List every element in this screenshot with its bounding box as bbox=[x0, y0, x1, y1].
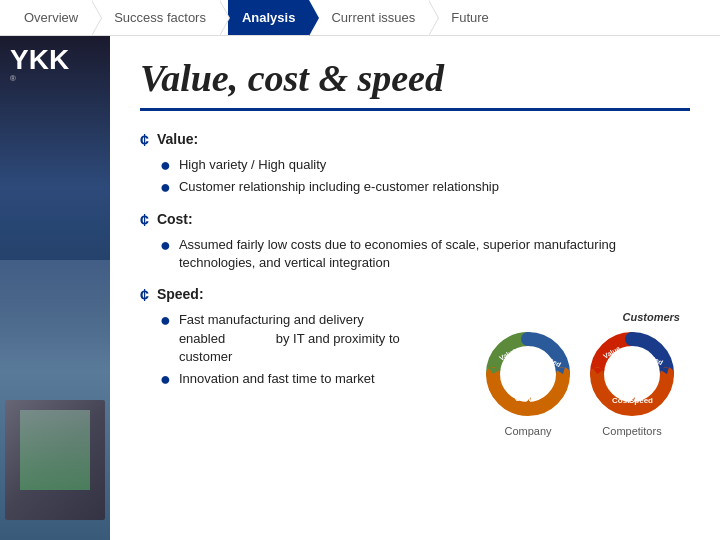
speed-text-1: Fast manufacturing and delivery enabled … bbox=[179, 311, 454, 366]
value-bullet-2: ● Customer relationship including e-cust… bbox=[160, 178, 690, 196]
nav-future[interactable]: Future bbox=[437, 0, 503, 35]
value-text-1: High variety / High quality bbox=[179, 156, 326, 174]
cost-icon: ¢ bbox=[140, 211, 149, 230]
company-label: Company bbox=[483, 425, 573, 437]
speed-bullet-1: ● Fast manufacturing and delivery enable… bbox=[160, 311, 454, 366]
cost-dot-1: ● bbox=[160, 236, 171, 254]
value-heading: ¢ Value: bbox=[140, 131, 690, 150]
svg-text:Cost: Cost bbox=[612, 396, 630, 405]
main-content: YKK ® Value, cost & speed ¢ Value: ● Hig… bbox=[0, 36, 720, 540]
svg-text:Speed: Speed bbox=[629, 396, 653, 405]
nav-current-issues[interactable]: Current issues bbox=[317, 0, 429, 35]
value-label: Value: bbox=[157, 131, 198, 147]
nav-arrow-active bbox=[309, 0, 319, 36]
nav-arrow-2 bbox=[219, 0, 229, 36]
speed-bullet-2: ● Innovation and fast time to market bbox=[160, 370, 454, 388]
nav-current-issues-label: Current issues bbox=[331, 10, 415, 25]
value-text-2: Customer relationship including e-custom… bbox=[179, 178, 499, 196]
nav-success-factors-label: Success factors bbox=[114, 10, 206, 25]
nav-analysis-label: Analysis bbox=[242, 10, 295, 25]
value-icon: ¢ bbox=[140, 131, 149, 150]
value-dot-1: ● bbox=[160, 156, 171, 174]
cost-label: Cost: bbox=[157, 211, 193, 227]
sidebar-photo bbox=[0, 260, 110, 540]
cost-section: ¢ Cost: ● Assumed fairly low costs due t… bbox=[140, 211, 690, 273]
cost-bullet-1: ● Assumed fairly low costs due to econom… bbox=[160, 236, 690, 272]
value-dot-2: ● bbox=[160, 178, 171, 196]
value-bullet-1: ● High variety / High quality bbox=[160, 156, 690, 174]
competitors-label: Competitors bbox=[587, 425, 677, 437]
speed-section: ¢ Speed: ● Fast manufacturing and delive… bbox=[140, 286, 690, 437]
nav-arrow-3 bbox=[428, 0, 438, 36]
nav-success-factors[interactable]: Success factors bbox=[100, 0, 220, 35]
nav-analysis[interactable]: Analysis bbox=[228, 0, 309, 35]
value-section: ¢ Value: ● High variety / High quality ●… bbox=[140, 131, 690, 197]
customers-label: Customers bbox=[623, 311, 680, 323]
nav-arrow-1 bbox=[91, 0, 101, 36]
content-area: Value, cost & speed ¢ Value: ● High vari… bbox=[110, 36, 720, 540]
speed-dot-2: ● bbox=[160, 370, 171, 388]
company-diagram: Value Speed Cost Company bbox=[483, 329, 573, 437]
speed-heading: ¢ Speed: bbox=[140, 286, 690, 305]
speed-label: Speed: bbox=[157, 286, 204, 302]
diagrams-container: Customers bbox=[470, 311, 690, 437]
competitors-diagram: Value Speed Cost Speed Competitors bbox=[587, 329, 677, 437]
svg-text:Cost: Cost bbox=[515, 395, 531, 402]
ykk-logo-sub: ® bbox=[10, 74, 90, 83]
diagrams-row: Value Speed Cost Company bbox=[483, 329, 677, 437]
nav-bar: Overview Success factors Analysis Curren… bbox=[0, 0, 720, 36]
nav-overview[interactable]: Overview bbox=[10, 0, 92, 35]
ykk-logo-text: YKK bbox=[10, 46, 90, 74]
speed-icon: ¢ bbox=[140, 286, 149, 305]
speed-text-column: ● Fast manufacturing and delivery enable… bbox=[140, 311, 454, 392]
ykk-logo: YKK ® bbox=[10, 46, 90, 86]
page-title: Value, cost & speed bbox=[140, 56, 690, 111]
cost-text-1: Assumed fairly low costs due to economie… bbox=[179, 236, 690, 272]
nav-overview-label: Overview bbox=[24, 10, 78, 25]
nav-future-label: Future bbox=[451, 10, 489, 25]
sidebar-image: YKK ® bbox=[0, 36, 110, 540]
cost-heading: ¢ Cost: bbox=[140, 211, 690, 230]
competitors-diagram-svg: Value Speed Cost Speed bbox=[587, 329, 677, 419]
company-diagram-svg: Value Speed Cost bbox=[483, 329, 573, 419]
speed-text-2: Innovation and fast time to market bbox=[179, 370, 375, 388]
speed-dot-1: ● bbox=[160, 311, 171, 329]
